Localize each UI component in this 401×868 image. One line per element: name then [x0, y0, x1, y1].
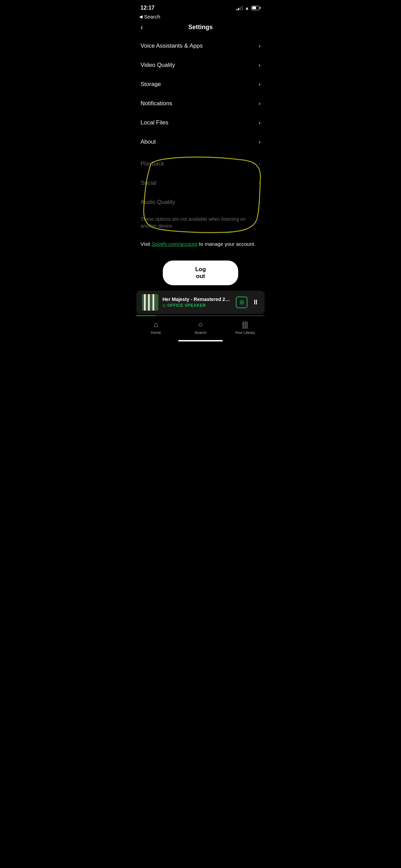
nav-library-label: Your Library: [235, 330, 255, 335]
chevron-left-icon: ◀: [139, 14, 143, 19]
track-info: Her Majesty - Remastered 2009 • T ⊡ OFFI…: [162, 297, 232, 308]
settings-item-notifications[interactable]: Notifications ›: [141, 94, 260, 113]
progress-fill: [136, 315, 156, 316]
back-label: Search: [144, 14, 160, 20]
back-chevron-icon: ‹: [141, 23, 143, 32]
account-text-suffix: to manage your account.: [197, 241, 255, 247]
settings-item-audio-quality[interactable]: Audio Quality ›: [141, 193, 260, 212]
page-wrapper: 12:17 ▲ ◀ Search ‹ Settings Voice Assist: [134, 0, 267, 343]
dimmed-settings-list: Playback › Social › Audio Quality ›: [134, 154, 267, 212]
settings-item-storage[interactable]: Storage ›: [141, 75, 260, 94]
nav-home[interactable]: ⌂ Home: [134, 320, 178, 335]
status-bar: 12:17 ▲: [134, 0, 267, 13]
now-playing-container: Her Majesty - Remastered 2009 • T ⊡ OFFI…: [134, 291, 267, 316]
status-time: 12:17: [141, 5, 155, 11]
nav-search-label: Search: [195, 330, 207, 335]
account-link[interactable]: Spotify.com/account: [151, 241, 197, 247]
track-device: ⊡ OFFICE SPEAKER: [162, 303, 232, 308]
wifi-icon: ▲: [245, 5, 249, 11]
settings-list: Voice Assistants & Apps › Video Quality …: [134, 36, 267, 152]
home-indicator: [134, 337, 267, 343]
bottom-nav: ⌂ Home ○ Search ||| Your Library: [134, 317, 267, 337]
back-nav-label[interactable]: ◀ Search: [134, 13, 267, 21]
account-section: Visit Spotify.com/account to manage your…: [134, 235, 267, 254]
chevron-right-icon: ›: [259, 180, 260, 186]
page-title: Settings: [188, 24, 212, 31]
nav-library[interactable]: ||| Your Library: [223, 320, 267, 335]
settings-label-video-quality: Video Quality: [141, 62, 175, 69]
chevron-right-icon: ›: [259, 120, 260, 126]
signal-icon: [236, 6, 243, 10]
chevron-right-icon: ›: [259, 100, 260, 107]
library-icon: |||: [242, 320, 248, 329]
chevron-right-icon: ›: [259, 81, 260, 87]
settings-label-voice-assistants: Voice Assistants & Apps: [141, 43, 203, 49]
settings-label-local-files: Local Files: [141, 119, 168, 126]
settings-item-voice-assistants[interactable]: Voice Assistants & Apps ›: [141, 36, 260, 56]
settings-label-social: Social: [141, 180, 156, 186]
status-icons: ▲: [236, 5, 260, 11]
logout-button[interactable]: Log out: [163, 261, 238, 285]
track-device-name: OFFICE SPEAKER: [167, 303, 206, 308]
logout-section: Log out: [134, 254, 267, 291]
account-text-prefix: Visit: [141, 241, 151, 247]
settings-item-video-quality[interactable]: Video Quality ›: [141, 56, 260, 75]
settings-item-local-files[interactable]: Local Files ›: [141, 113, 260, 132]
search-icon: ○: [198, 320, 203, 329]
album-art: [142, 294, 158, 311]
settings-label-about: About: [141, 138, 156, 145]
pause-button[interactable]: ⏸: [252, 298, 259, 306]
track-title: Her Majesty - Remastered 2009 • T: [162, 297, 232, 302]
home-bar: [178, 340, 223, 341]
speaker-icon[interactable]: ⊞: [236, 297, 247, 308]
nav-search[interactable]: ○ Search: [178, 320, 223, 335]
chevron-right-icon: ›: [259, 62, 260, 68]
battery-icon: [251, 6, 260, 10]
nav-home-label: Home: [151, 330, 161, 335]
now-playing-bar[interactable]: Her Majesty - Remastered 2009 • T ⊡ OFFI…: [136, 291, 265, 314]
chevron-right-icon: ›: [259, 139, 260, 145]
cast-icon: ⊡: [162, 303, 166, 308]
disclaimer-text: These options are not available when lis…: [134, 212, 267, 235]
chevron-right-icon: ›: [259, 161, 260, 167]
settings-item-social[interactable]: Social ›: [141, 173, 260, 193]
dimmed-section: Playback › Social › Audio Quality › Thes…: [134, 154, 267, 235]
settings-label-storage: Storage: [141, 81, 161, 88]
back-button[interactable]: ‹: [141, 23, 143, 32]
now-playing-controls: ⊞ ⏸: [236, 297, 259, 308]
settings-item-about[interactable]: About ›: [141, 132, 260, 152]
settings-label-playback: Playback: [141, 160, 164, 167]
home-icon: ⌂: [154, 320, 158, 329]
settings-item-playback[interactable]: Playback ›: [141, 154, 260, 173]
header: ‹ Settings: [134, 21, 267, 36]
chevron-right-icon: ›: [259, 43, 260, 49]
settings-label-notifications: Notifications: [141, 100, 172, 107]
settings-label-audio-quality: Audio Quality: [141, 199, 175, 206]
progress-bar: [136, 315, 265, 316]
chevron-right-icon: ›: [259, 199, 260, 205]
